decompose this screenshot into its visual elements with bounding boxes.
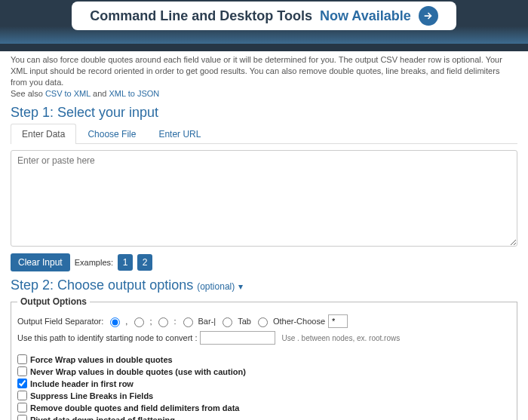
- arrow-circle-icon: [419, 6, 438, 26]
- banner-text-highlight: Now Available: [320, 8, 411, 24]
- chk-suppress-label: Suppress Line Breaks in Fields: [30, 391, 153, 400]
- sep-other-input[interactable]: [328, 314, 348, 328]
- intro-line1: You can also force double quotes around …: [11, 55, 502, 87]
- chk-force-wrap[interactable]: [17, 354, 27, 364]
- chk-force-wrap-label: Force Wrap values in double quotes: [30, 355, 173, 364]
- chevron-down-icon: ▾: [238, 281, 243, 292]
- sep-colon-radio[interactable]: [158, 317, 168, 327]
- separator-row: Output Field Separator: , ; : Bar-| Tab …: [17, 314, 511, 328]
- tab-choose-file[interactable]: Choose File: [76, 124, 147, 144]
- chk-suppress[interactable]: [17, 391, 27, 400]
- top-banner-gradient: Command Line and Desktop Tools Now Avail…: [0, 0, 528, 44]
- chk-never-wrap-label: Never Wrap values in double quotes (use …: [30, 367, 246, 376]
- example-2-button[interactable]: 2: [137, 254, 152, 271]
- chk-never-wrap[interactable]: [17, 366, 27, 376]
- path-hint: Use . between nodes, ex. root.rows: [281, 334, 400, 342]
- sep-comma-radio[interactable]: [110, 317, 120, 327]
- sep-bar-radio[interactable]: [183, 317, 193, 327]
- step1-heading: Step 1: Select your input: [11, 105, 517, 121]
- sep-bar-label: Bar-|: [198, 317, 216, 326]
- chk-pivot-label: Pivot data down instead of flattening: [30, 415, 175, 420]
- link-csv-to-xml[interactable]: CSV to XML: [45, 89, 91, 98]
- output-options-fieldset: Output Options Output Field Separator: ,…: [11, 296, 517, 420]
- sep-comma-label: ,: [125, 317, 127, 326]
- output-options-legend: Output Options: [17, 296, 90, 307]
- tab-enter-url[interactable]: Enter URL: [147, 124, 212, 144]
- step2-heading[interactable]: Step 2: Choose output options (optional)…: [11, 277, 517, 293]
- path-label: Use this path to identify starting node …: [17, 333, 197, 342]
- chk-pivot[interactable]: [17, 415, 27, 420]
- sep-tab-label: Tab: [238, 317, 251, 326]
- step2-optional: (optional): [197, 281, 235, 292]
- chk-remove-label: Remove double quotes and field delimiter…: [30, 403, 240, 412]
- example-1-button[interactable]: 1: [118, 254, 133, 271]
- path-row: Use this path to identify starting node …: [17, 331, 511, 345]
- sep-other-radio[interactable]: [258, 317, 268, 327]
- intro-seealso: See also: [11, 89, 45, 98]
- sep-other-label: Other-Choose: [273, 317, 325, 326]
- clear-input-button[interactable]: Clear Input: [11, 253, 70, 271]
- chk-remove[interactable]: [17, 403, 27, 412]
- banner-text-main: Command Line and Desktop Tools: [90, 8, 312, 24]
- step2-title-text: Step 2: Choose output options: [11, 277, 197, 293]
- intro-text: You can also force double quotes around …: [0, 51, 528, 99]
- chk-include-header-label: Include header in first row: [30, 379, 134, 388]
- link-xml-to-json[interactable]: XML to JSON: [109, 89, 159, 98]
- input-textarea[interactable]: [11, 150, 517, 247]
- separator-label: Output Field Separator:: [17, 317, 103, 326]
- top-banner-area: Command Line and Desktop Tools Now Avail…: [0, 0, 528, 51]
- sep-semicolon-label: ;: [149, 317, 152, 326]
- sep-tab-radio[interactable]: [223, 317, 232, 327]
- tab-enter-data[interactable]: Enter Data: [11, 124, 76, 144]
- input-tabs: Enter Data Choose File Enter URL: [11, 124, 517, 144]
- chk-include-header[interactable]: [17, 379, 27, 388]
- examples-label: Examples:: [75, 258, 113, 267]
- path-input[interactable]: [200, 331, 275, 345]
- intro-and: and: [91, 89, 109, 98]
- sep-semicolon-radio[interactable]: [134, 317, 144, 327]
- promo-banner[interactable]: Command Line and Desktop Tools Now Avail…: [72, 2, 456, 30]
- sep-colon-label: :: [173, 317, 176, 326]
